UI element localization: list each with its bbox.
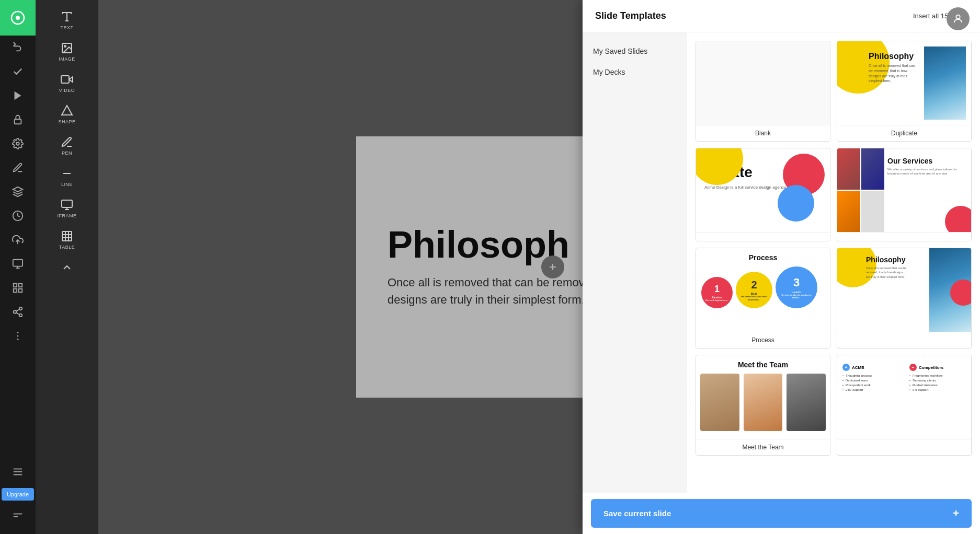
line-tool[interactable]: LINE bbox=[36, 162, 98, 192]
save-plus-icon: + bbox=[953, 507, 959, 519]
slides-grid: Blank Philosophy Once all is removed tha… bbox=[687, 32, 980, 493]
phil2-text: Once all is removed that can be removed,… bbox=[866, 266, 908, 279]
upgrade-button[interactable]: Upgrade bbox=[2, 488, 34, 501]
services-text: We offer a variety of services and plans… bbox=[887, 167, 969, 176]
acme-col-title: + ACME bbox=[842, 364, 899, 371]
services-slide-thumb[interactable]: Our Services We offer a variety of servi… bbox=[837, 148, 972, 241]
comp-col-title: − Competitors bbox=[909, 364, 966, 371]
lock-button[interactable] bbox=[0, 108, 36, 132]
svg-rect-12 bbox=[19, 284, 22, 287]
svg-marker-34 bbox=[62, 106, 72, 115]
process-slide-label: Process bbox=[696, 332, 830, 348]
competitors-column: − Competitors Fragmented workflow Too ma… bbox=[909, 364, 966, 393]
process-step-2: 2 Build We create the scales each delive… bbox=[736, 272, 772, 308]
team-slide-thumb[interactable]: Meet the Team Meet the Team bbox=[696, 355, 830, 456]
svg-rect-14 bbox=[19, 289, 22, 292]
acme-item-3: Pixel-perfect work bbox=[842, 384, 899, 387]
competitors-slide-label bbox=[837, 439, 971, 448]
check-button[interactable] bbox=[0, 60, 36, 84]
svg-line-19 bbox=[16, 309, 19, 311]
palette-slide-sub: Acme Design is a full service design age… bbox=[704, 185, 787, 190]
services-slide-preview: Our Services We offer a variety of servi… bbox=[837, 148, 971, 232]
left-toolbar: Upgrade bbox=[0, 0, 36, 534]
comp-badge: − bbox=[909, 364, 917, 371]
window-button[interactable] bbox=[0, 252, 36, 276]
user-button[interactable] bbox=[947, 7, 970, 30]
acme-item-4: 24/7 support bbox=[842, 388, 899, 391]
shape-tool[interactable]: SHAPE bbox=[36, 99, 98, 130]
svg-point-4 bbox=[16, 142, 19, 145]
play-button[interactable] bbox=[0, 84, 36, 108]
dup-slide-image bbox=[924, 47, 966, 120]
services-slide-label bbox=[837, 232, 971, 241]
comp-item-1: Fragmented workflow bbox=[909, 374, 966, 377]
video-tool[interactable]: VIDEO bbox=[36, 68, 98, 98]
philosophy2-slide-thumb[interactable]: Philosophy Once all is removed that can … bbox=[837, 248, 972, 349]
svg-rect-36 bbox=[62, 200, 72, 207]
competitors-slide-thumb[interactable]: + ACME Thoughtful process Dedicated team… bbox=[837, 355, 972, 456]
svg-point-21 bbox=[17, 335, 19, 337]
share-button[interactable] bbox=[0, 300, 36, 324]
blank-slide-thumb[interactable]: Blank bbox=[696, 41, 830, 142]
palette-slide-label bbox=[696, 232, 830, 241]
svg-marker-2 bbox=[15, 91, 21, 100]
iframe-tool[interactable]: IFRAME bbox=[36, 193, 98, 224]
cloud-upload-button[interactable] bbox=[0, 228, 36, 252]
acme-badge: + bbox=[842, 364, 850, 371]
settings-button[interactable] bbox=[0, 132, 36, 156]
undo-button[interactable] bbox=[0, 36, 36, 60]
text-tool[interactable]: TEXT bbox=[36, 5, 98, 36]
process-slide-preview: Process 1 Ideation Our work begins here.… bbox=[696, 248, 830, 332]
services-title: Our Services bbox=[887, 157, 969, 165]
modal-overlay: Slide Templates Insert all 15 slides My … bbox=[98, 0, 980, 534]
blank-slide-label: Blank bbox=[696, 125, 830, 141]
team-title: Meet the Team bbox=[696, 361, 830, 369]
svg-marker-5 bbox=[13, 187, 22, 192]
process-circles: 1 Ideation Our work begins here... 2 Bui… bbox=[701, 266, 825, 308]
svg-point-17 bbox=[19, 314, 22, 317]
toolbar-bottom: Upgrade bbox=[0, 460, 36, 534]
svg-marker-32 bbox=[69, 77, 73, 82]
clock-button[interactable] bbox=[0, 204, 36, 228]
dup-slide-title: Philosophy bbox=[869, 52, 914, 61]
svg-rect-11 bbox=[14, 284, 17, 287]
image-tool[interactable]: IMAGE bbox=[36, 37, 98, 67]
table-tool[interactable]: TABLE bbox=[36, 225, 98, 255]
acme-column: + ACME Thoughtful process Dedicated team… bbox=[842, 364, 899, 393]
process-step-1: 1 Ideation Our work begins here... bbox=[701, 277, 733, 308]
collapse-tool[interactable] bbox=[36, 256, 98, 279]
app-logo[interactable] bbox=[0, 0, 36, 36]
nav-saved-slides[interactable]: My Saved Slides bbox=[583, 41, 687, 62]
panel-toggle[interactable] bbox=[0, 505, 36, 529]
process-slide-thumb[interactable]: Process 1 Ideation Our work begins here.… bbox=[696, 248, 830, 349]
phil2-title: Philosophy bbox=[866, 256, 905, 264]
palette-slide-preview: Palette Acme Design is a full service de… bbox=[696, 148, 830, 232]
modal-nav: My Saved Slides My Decks bbox=[583, 32, 687, 493]
svg-rect-8 bbox=[13, 260, 22, 266]
comp-item-2: Too many clients bbox=[909, 379, 966, 382]
process-step-3: 3 Launch It's time to take the product t… bbox=[776, 266, 817, 308]
svg-rect-33 bbox=[61, 76, 69, 83]
philosophy2-slide-label bbox=[837, 332, 971, 341]
dup-slide-text: Once all is removed that can be removed,… bbox=[869, 63, 916, 84]
nav-my-decks[interactable]: My Decks bbox=[583, 62, 687, 83]
duplicate-slide-thumb[interactable]: Philosophy Once all is removed that can … bbox=[837, 41, 972, 142]
grid-button[interactable] bbox=[0, 276, 36, 300]
competitors-columns: + ACME Thoughtful process Dedicated team… bbox=[842, 364, 966, 393]
services-image-grid bbox=[837, 148, 884, 232]
modal-header: Slide Templates Insert all 15 slides bbox=[583, 0, 980, 32]
team-slide-preview: Meet the Team bbox=[696, 355, 830, 439]
svg-point-46 bbox=[956, 15, 960, 19]
hamburger-menu[interactable] bbox=[0, 460, 36, 484]
pen-tool-button[interactable] bbox=[0, 156, 36, 180]
slide-templates-modal: Slide Templates Insert all 15 slides My … bbox=[583, 0, 980, 534]
more-button[interactable] bbox=[0, 324, 36, 348]
team-photo-1 bbox=[700, 374, 739, 431]
comp-item-4: 9-5 support bbox=[909, 388, 966, 391]
layers-button[interactable] bbox=[0, 180, 36, 204]
modal-title: Slide Templates bbox=[595, 10, 666, 21]
palette-slide-thumb[interactable]: Palette Acme Design is a full service de… bbox=[696, 148, 830, 241]
pen-tool[interactable]: PEN bbox=[36, 131, 98, 161]
save-current-slide-button[interactable]: Save current slide + bbox=[591, 499, 972, 528]
comp-item-3: Rushed deliveries bbox=[909, 384, 966, 387]
